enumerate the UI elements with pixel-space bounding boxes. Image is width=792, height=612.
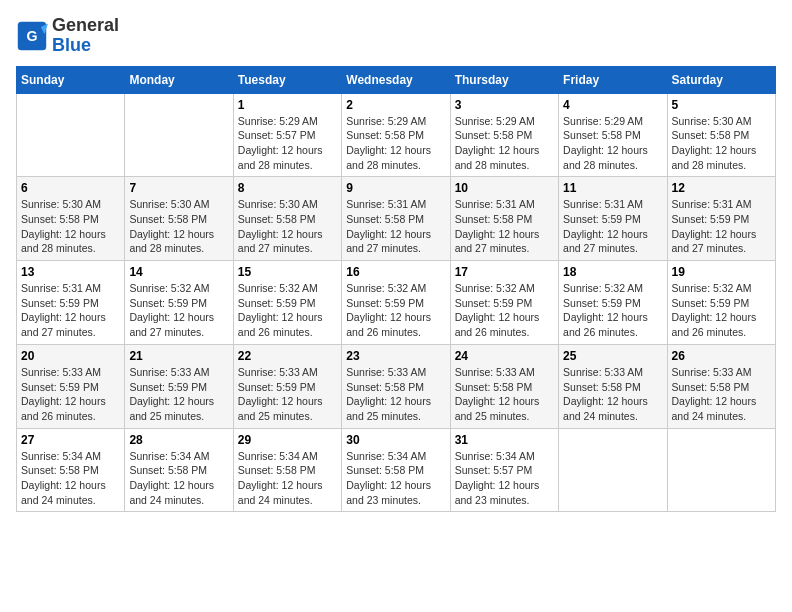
calendar-cell: 7Sunrise: 5:30 AM Sunset: 5:58 PM Daylig… xyxy=(125,177,233,261)
day-number: 30 xyxy=(346,433,445,447)
svg-text:G: G xyxy=(26,28,37,44)
calendar-cell xyxy=(559,428,667,512)
calendar: SundayMondayTuesdayWednesdayThursdayFrid… xyxy=(16,66,776,513)
day-number: 12 xyxy=(672,181,771,195)
calendar-week-row: 1Sunrise: 5:29 AM Sunset: 5:57 PM Daylig… xyxy=(17,93,776,177)
weekday-header: Sunday xyxy=(17,66,125,93)
day-number: 31 xyxy=(455,433,554,447)
calendar-cell: 18Sunrise: 5:32 AM Sunset: 5:59 PM Dayli… xyxy=(559,261,667,345)
day-number: 23 xyxy=(346,349,445,363)
weekday-header: Friday xyxy=(559,66,667,93)
calendar-cell xyxy=(125,93,233,177)
day-info: Sunrise: 5:29 AM Sunset: 5:58 PM Dayligh… xyxy=(346,114,445,173)
calendar-cell: 22Sunrise: 5:33 AM Sunset: 5:59 PM Dayli… xyxy=(233,344,341,428)
day-number: 18 xyxy=(563,265,662,279)
calendar-cell: 3Sunrise: 5:29 AM Sunset: 5:58 PM Daylig… xyxy=(450,93,558,177)
day-info: Sunrise: 5:33 AM Sunset: 5:59 PM Dayligh… xyxy=(129,365,228,424)
day-info: Sunrise: 5:34 AM Sunset: 5:58 PM Dayligh… xyxy=(346,449,445,508)
day-info: Sunrise: 5:32 AM Sunset: 5:59 PM Dayligh… xyxy=(346,281,445,340)
weekday-header: Thursday xyxy=(450,66,558,93)
day-info: Sunrise: 5:30 AM Sunset: 5:58 PM Dayligh… xyxy=(21,197,120,256)
day-number: 25 xyxy=(563,349,662,363)
calendar-cell: 10Sunrise: 5:31 AM Sunset: 5:58 PM Dayli… xyxy=(450,177,558,261)
day-number: 5 xyxy=(672,98,771,112)
day-number: 7 xyxy=(129,181,228,195)
day-info: Sunrise: 5:33 AM Sunset: 5:59 PM Dayligh… xyxy=(21,365,120,424)
calendar-cell: 12Sunrise: 5:31 AM Sunset: 5:59 PM Dayli… xyxy=(667,177,775,261)
calendar-cell: 16Sunrise: 5:32 AM Sunset: 5:59 PM Dayli… xyxy=(342,261,450,345)
day-number: 21 xyxy=(129,349,228,363)
day-number: 9 xyxy=(346,181,445,195)
calendar-cell: 20Sunrise: 5:33 AM Sunset: 5:59 PM Dayli… xyxy=(17,344,125,428)
day-info: Sunrise: 5:33 AM Sunset: 5:58 PM Dayligh… xyxy=(455,365,554,424)
day-number: 28 xyxy=(129,433,228,447)
day-info: Sunrise: 5:30 AM Sunset: 5:58 PM Dayligh… xyxy=(129,197,228,256)
day-info: Sunrise: 5:29 AM Sunset: 5:58 PM Dayligh… xyxy=(455,114,554,173)
calendar-week-row: 6Sunrise: 5:30 AM Sunset: 5:58 PM Daylig… xyxy=(17,177,776,261)
calendar-cell: 4Sunrise: 5:29 AM Sunset: 5:58 PM Daylig… xyxy=(559,93,667,177)
day-info: Sunrise: 5:31 AM Sunset: 5:58 PM Dayligh… xyxy=(455,197,554,256)
logo: G General Blue xyxy=(16,16,119,56)
calendar-week-row: 20Sunrise: 5:33 AM Sunset: 5:59 PM Dayli… xyxy=(17,344,776,428)
calendar-cell: 11Sunrise: 5:31 AM Sunset: 5:59 PM Dayli… xyxy=(559,177,667,261)
calendar-cell: 23Sunrise: 5:33 AM Sunset: 5:58 PM Dayli… xyxy=(342,344,450,428)
calendar-cell: 21Sunrise: 5:33 AM Sunset: 5:59 PM Dayli… xyxy=(125,344,233,428)
calendar-cell: 26Sunrise: 5:33 AM Sunset: 5:58 PM Dayli… xyxy=(667,344,775,428)
day-number: 13 xyxy=(21,265,120,279)
weekday-header: Saturday xyxy=(667,66,775,93)
day-info: Sunrise: 5:32 AM Sunset: 5:59 PM Dayligh… xyxy=(238,281,337,340)
day-info: Sunrise: 5:30 AM Sunset: 5:58 PM Dayligh… xyxy=(672,114,771,173)
calendar-cell xyxy=(667,428,775,512)
day-number: 17 xyxy=(455,265,554,279)
day-number: 15 xyxy=(238,265,337,279)
day-number: 14 xyxy=(129,265,228,279)
day-info: Sunrise: 5:31 AM Sunset: 5:59 PM Dayligh… xyxy=(672,197,771,256)
weekday-header: Monday xyxy=(125,66,233,93)
calendar-cell: 30Sunrise: 5:34 AM Sunset: 5:58 PM Dayli… xyxy=(342,428,450,512)
day-number: 22 xyxy=(238,349,337,363)
day-info: Sunrise: 5:33 AM Sunset: 5:58 PM Dayligh… xyxy=(346,365,445,424)
day-info: Sunrise: 5:31 AM Sunset: 5:58 PM Dayligh… xyxy=(346,197,445,256)
day-number: 3 xyxy=(455,98,554,112)
weekday-header: Tuesday xyxy=(233,66,341,93)
day-info: Sunrise: 5:29 AM Sunset: 5:57 PM Dayligh… xyxy=(238,114,337,173)
calendar-cell: 8Sunrise: 5:30 AM Sunset: 5:58 PM Daylig… xyxy=(233,177,341,261)
day-info: Sunrise: 5:32 AM Sunset: 5:59 PM Dayligh… xyxy=(672,281,771,340)
day-number: 1 xyxy=(238,98,337,112)
day-number: 27 xyxy=(21,433,120,447)
page-header: G General Blue xyxy=(16,16,776,56)
day-info: Sunrise: 5:30 AM Sunset: 5:58 PM Dayligh… xyxy=(238,197,337,256)
calendar-cell: 15Sunrise: 5:32 AM Sunset: 5:59 PM Dayli… xyxy=(233,261,341,345)
calendar-cell: 27Sunrise: 5:34 AM Sunset: 5:58 PM Dayli… xyxy=(17,428,125,512)
calendar-cell: 9Sunrise: 5:31 AM Sunset: 5:58 PM Daylig… xyxy=(342,177,450,261)
day-number: 26 xyxy=(672,349,771,363)
day-number: 16 xyxy=(346,265,445,279)
day-number: 19 xyxy=(672,265,771,279)
calendar-cell: 6Sunrise: 5:30 AM Sunset: 5:58 PM Daylig… xyxy=(17,177,125,261)
day-number: 8 xyxy=(238,181,337,195)
day-number: 4 xyxy=(563,98,662,112)
calendar-cell: 28Sunrise: 5:34 AM Sunset: 5:58 PM Dayli… xyxy=(125,428,233,512)
calendar-cell: 14Sunrise: 5:32 AM Sunset: 5:59 PM Dayli… xyxy=(125,261,233,345)
calendar-cell: 5Sunrise: 5:30 AM Sunset: 5:58 PM Daylig… xyxy=(667,93,775,177)
day-info: Sunrise: 5:32 AM Sunset: 5:59 PM Dayligh… xyxy=(129,281,228,340)
calendar-cell: 19Sunrise: 5:32 AM Sunset: 5:59 PM Dayli… xyxy=(667,261,775,345)
calendar-week-row: 13Sunrise: 5:31 AM Sunset: 5:59 PM Dayli… xyxy=(17,261,776,345)
calendar-cell: 2Sunrise: 5:29 AM Sunset: 5:58 PM Daylig… xyxy=(342,93,450,177)
logo-text: General Blue xyxy=(52,16,119,56)
day-number: 24 xyxy=(455,349,554,363)
calendar-cell: 17Sunrise: 5:32 AM Sunset: 5:59 PM Dayli… xyxy=(450,261,558,345)
day-info: Sunrise: 5:34 AM Sunset: 5:58 PM Dayligh… xyxy=(129,449,228,508)
calendar-cell: 1Sunrise: 5:29 AM Sunset: 5:57 PM Daylig… xyxy=(233,93,341,177)
calendar-header-row: SundayMondayTuesdayWednesdayThursdayFrid… xyxy=(17,66,776,93)
day-number: 11 xyxy=(563,181,662,195)
day-number: 29 xyxy=(238,433,337,447)
day-info: Sunrise: 5:31 AM Sunset: 5:59 PM Dayligh… xyxy=(21,281,120,340)
day-info: Sunrise: 5:31 AM Sunset: 5:59 PM Dayligh… xyxy=(563,197,662,256)
day-number: 20 xyxy=(21,349,120,363)
day-info: Sunrise: 5:32 AM Sunset: 5:59 PM Dayligh… xyxy=(455,281,554,340)
day-number: 6 xyxy=(21,181,120,195)
day-info: Sunrise: 5:33 AM Sunset: 5:59 PM Dayligh… xyxy=(238,365,337,424)
weekday-header: Wednesday xyxy=(342,66,450,93)
day-info: Sunrise: 5:34 AM Sunset: 5:58 PM Dayligh… xyxy=(21,449,120,508)
